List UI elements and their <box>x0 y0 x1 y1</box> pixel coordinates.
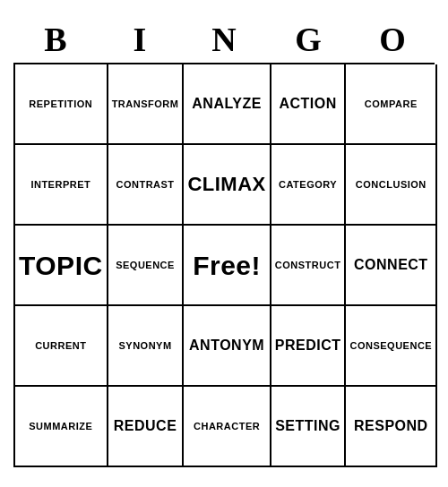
bingo-cell: CONCLUSION <box>346 145 437 226</box>
bingo-cell: SYNONYM <box>108 306 185 387</box>
bingo-cell: SUMMARIZE <box>15 387 108 467</box>
cell-label: CATEGORY <box>279 178 337 191</box>
cell-label: COMPARE <box>365 98 418 110</box>
cell-label: PREDICT <box>275 337 341 355</box>
bingo-cell: Free! <box>184 226 271 306</box>
bingo-cell: CONSEQUENCE <box>346 306 437 387</box>
cell-label: TOPIC <box>19 248 103 283</box>
bingo-cell: CONTRAST <box>108 145 185 226</box>
cell-label: REPETITION <box>29 98 92 110</box>
header-letter: N <box>184 20 264 59</box>
bingo-cell: REPETITION <box>15 64 108 145</box>
bingo-cell: ANALYZE <box>184 64 271 145</box>
bingo-cell: CATEGORY <box>271 145 347 226</box>
bingo-cell: TOPIC <box>15 226 108 306</box>
bingo-cell: RESPOND <box>346 387 437 467</box>
bingo-cell: INTERPRET <box>15 145 108 226</box>
bingo-cell: CHARACTER <box>184 387 271 467</box>
cell-label: CONCLUSION <box>356 178 426 191</box>
cell-label: TRANSFORM <box>112 98 179 110</box>
cell-label: SYNONYM <box>118 339 171 352</box>
cell-label: CONSEQUENCE <box>349 339 432 352</box>
header-letter: I <box>99 20 180 59</box>
bingo-cell: COMPARE <box>346 64 437 145</box>
cell-label: CLIMAX <box>187 172 265 198</box>
bingo-cell: CLIMAX <box>184 145 271 226</box>
bingo-grid: REPETITIONTRANSFORMANALYZEACTIONCOMPAREI… <box>13 63 435 467</box>
header-letter: B <box>15 20 96 59</box>
cell-label: CONTRAST <box>116 178 174 191</box>
cell-label: SEQUENCE <box>116 259 175 271</box>
bingo-cell: ACTION <box>271 64 347 145</box>
bingo-cell: CONSTRUCT <box>271 226 347 306</box>
cell-label: Free! <box>193 248 261 283</box>
cell-label: CONSTRUCT <box>275 259 341 271</box>
bingo-cell: ANTONYM <box>184 306 271 387</box>
bingo-cell: SETTING <box>271 387 347 467</box>
cell-label: REDUCE <box>114 417 177 436</box>
bingo-cell: CURRENT <box>15 306 108 387</box>
bingo-cell: SEQUENCE <box>108 226 185 306</box>
cell-label: CHARACTER <box>194 420 260 432</box>
cell-label: INTERPRET <box>30 178 90 191</box>
cell-label: SETTING <box>275 417 340 436</box>
cell-label: ANTONYM <box>189 337 264 355</box>
cell-label: CURRENT <box>35 339 86 352</box>
cell-label: ACTION <box>279 95 336 114</box>
bingo-card: BINGO REPETITIONTRANSFORMANALYZEACTIONCO… <box>4 11 444 476</box>
cell-label: CONNECT <box>354 256 428 275</box>
header-letter: O <box>352 20 433 59</box>
bingo-cell: REDUCE <box>108 387 185 467</box>
bingo-cell: TRANSFORM <box>108 64 185 145</box>
cell-label: RESPOND <box>354 417 428 436</box>
bingo-cell: CONNECT <box>346 226 437 306</box>
bingo-header: BINGO <box>13 20 435 59</box>
header-letter: G <box>268 20 349 59</box>
cell-label: ANALYZE <box>192 95 262 114</box>
cell-label: SUMMARIZE <box>29 420 92 432</box>
bingo-cell: PREDICT <box>271 306 347 387</box>
